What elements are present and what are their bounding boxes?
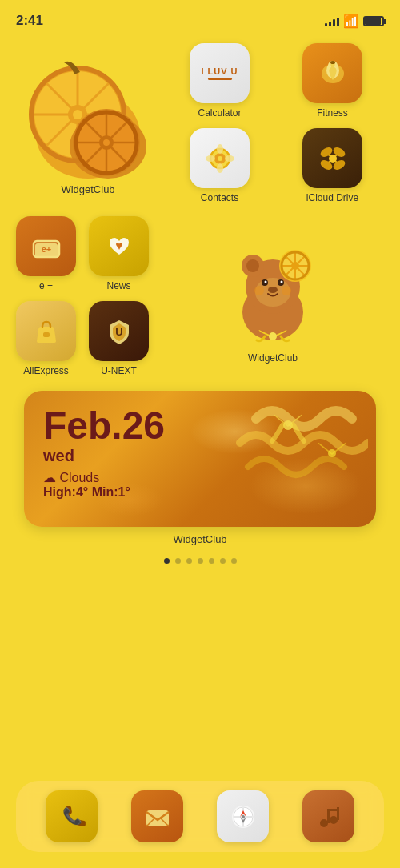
contacts-icon[interactable] <box>190 128 250 188</box>
svg-point-18 <box>103 139 110 146</box>
svg-point-55 <box>282 286 291 295</box>
page-dot-3 <box>186 558 192 564</box>
page-dot-6 <box>220 558 226 564</box>
icloud-label: iCloud Drive <box>306 192 358 203</box>
svg-text:U: U <box>115 326 122 338</box>
widgetclub-large-widget[interactable]: WidgetClub <box>16 43 160 195</box>
dock-phone-icon[interactable]: 📞 <box>46 790 98 842</box>
page-dot-2 <box>175 558 181 564</box>
svg-text:♥: ♥ <box>115 239 123 252</box>
weather-temp: High:4° Min:1° <box>43 485 357 500</box>
top-right-grid: I LUV U Calculator <box>168 43 384 203</box>
weather-day: wed <box>43 447 357 465</box>
svg-rect-80 <box>327 809 339 811</box>
apps-row-2: AliExpress U U-NEXT <box>16 301 149 376</box>
unext-label: U-NEXT <box>101 365 137 376</box>
orange-decoration <box>20 38 156 179</box>
weather-widget[interactable]: Feb.26 wed ☁ Clouds High:4° Min:1° <box>24 391 376 527</box>
dock: 📞 <box>16 781 384 852</box>
unext-icon[interactable]: U <box>89 301 149 361</box>
cloud-icon: ☁ <box>43 471 56 484</box>
icloud-cell: iCloud Drive <box>281 128 384 203</box>
contacts-label: Contacts <box>201 192 238 203</box>
fitness-cell: Fitness <box>281 43 384 119</box>
weather-widget-caption: WidgetClub <box>16 533 384 545</box>
svg-point-54 <box>254 286 264 295</box>
eplus-cell: e+ e + <box>16 216 76 291</box>
unext-cell: U U-NEXT <box>89 301 149 376</box>
fitness-label: Fitness <box>317 107 348 119</box>
page-dot-7 <box>231 558 237 564</box>
middle-section: e+ e + ♥ News <box>16 216 384 376</box>
page-dot-5 <box>209 558 214 564</box>
svg-point-46 <box>246 259 259 272</box>
widgetclub-large-label: WidgetClub <box>61 183 114 195</box>
calculator-cell: I LUV U Calculator <box>168 43 271 119</box>
svg-point-64 <box>269 332 277 340</box>
svg-point-75 <box>242 815 245 818</box>
eplus-icon[interactable]: e+ <box>16 216 76 276</box>
news-icon[interactable]: ♥ <box>89 216 149 276</box>
eplus-label: e + <box>39 280 53 291</box>
svg-point-31 <box>329 155 337 163</box>
aliexpress-label: AliExpress <box>23 365 69 376</box>
svg-point-8 <box>73 110 82 119</box>
svg-point-51 <box>265 281 267 283</box>
page-dot-1 <box>164 558 170 564</box>
news-label: News <box>106 280 130 291</box>
wifi-icon: 📶 <box>343 14 359 29</box>
svg-point-23 <box>330 61 335 64</box>
dock-safari-icon[interactable] <box>217 790 269 842</box>
signal-icon <box>325 15 339 26</box>
calculator-icon[interactable]: I LUV U <box>190 43 250 103</box>
status-icons: 📶 <box>325 14 384 29</box>
svg-point-76 <box>320 819 328 827</box>
mascot-svg <box>209 224 337 352</box>
mascot-label: WidgetClub <box>248 352 298 364</box>
svg-rect-69 <box>146 810 169 826</box>
weather-date: Feb.26 <box>43 407 357 445</box>
svg-point-62 <box>291 262 299 270</box>
icloud-icon[interactable] <box>302 128 362 188</box>
home-screen: WidgetClub I LUV U Calculator <box>0 43 400 564</box>
mascot-area: WidgetClub <box>162 224 384 364</box>
svg-point-28 <box>217 163 223 173</box>
battery-icon <box>363 16 384 26</box>
weather-condition: ☁ Clouds <box>43 470 357 485</box>
svg-text:e+: e+ <box>41 244 51 254</box>
page-dot-4 <box>198 558 203 564</box>
svg-point-29 <box>206 155 215 162</box>
dock-music-icon[interactable] <box>302 790 354 842</box>
status-time: 2:41 <box>16 13 43 29</box>
status-bar: 2:41 📶 <box>0 0 400 35</box>
left-apps-column: e+ e + ♥ News <box>16 216 149 376</box>
aliexpress-icon[interactable] <box>16 301 76 361</box>
weather-widget-container[interactable]: Feb.26 wed ☁ Clouds High:4° Min:1° Widge… <box>16 391 384 545</box>
svg-point-77 <box>330 816 338 824</box>
svg-point-27 <box>217 144 223 154</box>
page-dots <box>16 558 384 564</box>
svg-text:📞: 📞 <box>62 806 82 826</box>
svg-point-26 <box>218 156 222 161</box>
svg-rect-40 <box>43 332 50 337</box>
dock-mail-icon[interactable] <box>131 790 183 842</box>
svg-point-52 <box>281 281 283 283</box>
orange-slice-svg <box>20 38 156 179</box>
contacts-cell: Contacts <box>168 128 271 203</box>
svg-point-53 <box>268 287 278 293</box>
calculator-label: Calculator <box>198 107 241 119</box>
svg-point-30 <box>225 155 234 162</box>
aliexpress-cell: AliExpress <box>16 301 76 376</box>
fitness-icon[interactable] <box>302 43 362 103</box>
news-cell: ♥ News <box>89 216 149 291</box>
top-section: WidgetClub I LUV U Calculator <box>16 43 384 203</box>
apps-row-1: e+ e + ♥ News <box>16 216 149 291</box>
